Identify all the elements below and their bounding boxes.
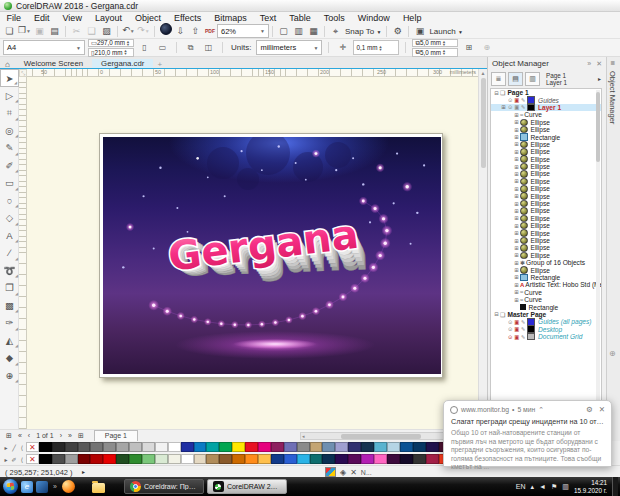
tree-row-ellipse[interactable]: ⊞Ellipse	[491, 237, 601, 244]
color-swatch[interactable]	[103, 442, 116, 453]
color-swatch[interactable]	[322, 454, 335, 465]
color-swatch[interactable]	[103, 454, 116, 465]
duplicate-x-field[interactable]: ⧉ 5,0 mm▲▼	[412, 39, 458, 48]
tree-row-ellipse[interactable]: ⊞Ellipse	[491, 244, 601, 251]
show-rulers-button[interactable]: ▥	[291, 24, 306, 39]
notification-title[interactable]: Слагат прегради срещу инциденти на 10 от…	[444, 416, 611, 427]
tree-row-group-of-16-objects[interactable]: ⊞✱Group of 16 Objects	[491, 259, 601, 266]
notification-body[interactable]: Общо 10 от най-натоварените станции от п…	[444, 427, 611, 474]
color-swatch[interactable]	[181, 442, 194, 453]
drop-shadow-tool[interactable]: ❐◢	[0, 279, 19, 297]
color-swatch[interactable]	[335, 442, 348, 453]
last-page-icon[interactable]: »	[66, 432, 74, 439]
next-page-icon[interactable]: ›	[58, 432, 64, 439]
color-swatch[interactable]	[400, 442, 413, 453]
menu-window[interactable]: Window	[351, 12, 396, 24]
tree-row-page-1[interactable]: ⊟❏Page 1	[491, 89, 601, 96]
color-swatch[interactable]	[335, 454, 348, 465]
color-swatch[interactable]	[219, 454, 232, 465]
nudge-field[interactable]: 0,1 mm▲▼	[353, 40, 399, 55]
tree-row-ellipse[interactable]: ⊞Ellipse	[491, 222, 601, 229]
color-swatch[interactable]	[271, 454, 284, 465]
freehand-tool[interactable]: ✎◢	[0, 139, 19, 157]
open-button[interactable]: ❐▼	[17, 23, 32, 39]
docker-tab-object-manager[interactable]: Object Manager	[608, 71, 617, 124]
color-swatch[interactable]	[142, 454, 155, 465]
menu-table[interactable]: Table	[283, 12, 318, 24]
color-swatch[interactable]	[52, 442, 65, 453]
tree-row-ellipse[interactable]: ⊞Ellipse	[491, 170, 601, 177]
color-swatch[interactable]	[168, 442, 181, 453]
color-swatch[interactable]	[374, 454, 387, 465]
color-swatch[interactable]	[322, 442, 335, 453]
palette-scroll-left-icon[interactable]: ▸	[2, 444, 10, 451]
coreldraw-task-button[interactable]: CorelDRAW 2018 ...	[207, 479, 287, 494]
color-swatch[interactable]	[129, 442, 142, 453]
crop-tool[interactable]: ⌗◢	[0, 104, 19, 122]
scroll-thumb[interactable]	[481, 78, 486, 168]
tree-row-ellipse[interactable]: ⊞Ellipse	[491, 185, 601, 192]
menu-help[interactable]: Help	[396, 12, 428, 24]
ruler-origin-button[interactable]: ⤡	[19, 69, 27, 77]
tray-clock[interactable]: 14:21 15.9.2020 г.	[574, 479, 607, 494]
color-swatch[interactable]	[155, 442, 168, 453]
color-swatch[interactable]	[284, 454, 297, 465]
tree-row-document-grid[interactable]: ⊙▣✎Document Grid	[491, 333, 601, 340]
color-swatch[interactable]	[310, 442, 323, 453]
tree-row-ellipse[interactable]: ⊞Ellipse	[491, 215, 601, 222]
color-swatch[interactable]	[413, 454, 426, 465]
launch-button[interactable]: Launch ▼	[427, 27, 464, 36]
collapse-chevron-icon[interactable]: ⌃	[538, 406, 544, 414]
no-color-swatch[interactable]: ✕	[26, 442, 39, 453]
hidden-icons-arrow[interactable]: ▴	[531, 483, 535, 491]
outline-tool[interactable]: ◭◢	[0, 332, 19, 350]
ellipse-tool[interactable]: ○◢	[0, 192, 19, 210]
tree-row-rectangle[interactable]: ⊞Rectangle	[491, 274, 601, 281]
tree-row-ellipse[interactable]: ⊞Ellipse	[491, 229, 601, 236]
tree-row-guides[interactable]: ⊙▣✎Guides	[491, 96, 601, 103]
edit-across-layers-button[interactable]: ▥	[525, 72, 540, 86]
tree-row-curve[interactable]: ⊞≈Curve	[491, 111, 601, 118]
status-flyout-icon[interactable]: ▸	[82, 468, 85, 475]
quick-customize-icon[interactable]: ⊕	[609, 349, 616, 358]
color-swatch[interactable]	[65, 442, 78, 453]
menu-text[interactable]: Text	[253, 12, 283, 24]
color-swatch[interactable]	[155, 454, 168, 465]
eyedropper-tool[interactable]: ✑◢	[0, 314, 19, 332]
zoom-level-combo[interactable]: 62%▼	[217, 24, 269, 38]
tree-row-ellipse[interactable]: ⊞Ellipse	[491, 266, 601, 273]
current-page-button[interactable]: ◫	[201, 40, 216, 55]
pick-tool[interactable]: ➤◢	[0, 69, 19, 87]
add-page-icon[interactable]: ⊞	[4, 432, 14, 440]
show-desktop-button[interactable]	[612, 477, 618, 496]
palette2-scroll-left-icon[interactable]: ▸	[2, 456, 10, 463]
color-swatch[interactable]	[258, 454, 271, 465]
color-swatch[interactable]	[400, 454, 413, 465]
volume-icon[interactable]: ◄	[539, 483, 546, 490]
prev-page-icon[interactable]: ‹	[26, 432, 32, 439]
color-swatch[interactable]	[90, 454, 103, 465]
dimension-tool[interactable]: ∕◢	[0, 244, 19, 262]
pdf-button[interactable]: PDF	[203, 24, 217, 39]
color-swatch[interactable]	[142, 442, 155, 453]
color-swatch[interactable]	[116, 442, 129, 453]
color-swatch[interactable]	[361, 442, 374, 453]
color-swatch[interactable]	[78, 454, 91, 465]
tab-welcome-screen[interactable]: Welcome Screen	[15, 59, 92, 70]
explorer-folder-icon[interactable]	[92, 483, 105, 493]
home-icon[interactable]: ⌂	[0, 60, 15, 69]
tree-row-ellipse[interactable]: ⊞Ellipse	[491, 192, 601, 199]
chrome-task-button[interactable]: Coreldraw: Проек...	[124, 479, 204, 494]
interactive-fill-tool[interactable]: ⊕◢	[0, 367, 19, 385]
tree-row-layer-1[interactable]: ⊞⊙▣✎Layer 1	[491, 104, 601, 111]
color-swatch[interactable]	[426, 454, 439, 465]
docker-flyout-icon[interactable]: »	[587, 60, 591, 67]
paste-button[interactable]: ▨	[99, 24, 114, 39]
color-swatch[interactable]	[39, 454, 52, 465]
color-swatch[interactable]	[271, 442, 284, 453]
palette2-expand-icon[interactable]: ⟨	[18, 456, 26, 463]
landscape-button[interactable]: ▭	[155, 40, 170, 55]
color-swatch[interactable]	[426, 442, 439, 453]
color-swatch[interactable]	[297, 442, 310, 453]
color-swatch[interactable]	[168, 454, 181, 465]
